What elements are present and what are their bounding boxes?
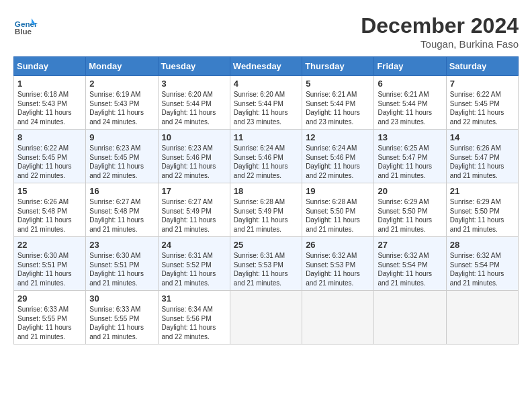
day-info: Sunrise: 6:27 AM Sunset: 5:49 PM Dayligh… [162, 197, 226, 234]
day-info: Sunrise: 6:24 AM Sunset: 5:46 PM Dayligh… [234, 144, 298, 180]
day-header-saturday: Saturday [446, 57, 518, 76]
day-number: 6 [378, 79, 442, 89]
day-header-monday: Monday [86, 57, 158, 76]
calendar-day-cell: 2 Sunrise: 6:19 AM Sunset: 5:43 PM Dayli… [86, 76, 158, 130]
day-info: Sunrise: 6:26 AM Sunset: 5:47 PM Dayligh… [450, 144, 515, 180]
day-info: Sunrise: 6:31 AM Sunset: 5:52 PM Dayligh… [162, 251, 226, 287]
day-info: Sunrise: 6:26 AM Sunset: 5:48 PM Dayligh… [17, 197, 82, 234]
calendar-week-row: 29 Sunrise: 6:33 AM Sunset: 5:55 PM Dayl… [14, 291, 519, 345]
day-number: 5 [306, 79, 370, 89]
day-info: Sunrise: 6:33 AM Sunset: 5:55 PM Dayligh… [17, 305, 82, 341]
day-info: Sunrise: 6:20 AM Sunset: 5:44 PM Dayligh… [234, 90, 298, 126]
day-info: Sunrise: 6:30 AM Sunset: 5:51 PM Dayligh… [17, 251, 82, 287]
location: Tougan, Burkina Faso [361, 38, 519, 50]
day-info: Sunrise: 6:20 AM Sunset: 5:44 PM Dayligh… [162, 90, 226, 126]
calendar-day-cell: 18 Sunrise: 6:28 AM Sunset: 5:49 PM Dayl… [230, 183, 302, 237]
day-info: Sunrise: 6:19 AM Sunset: 5:43 PM Dayligh… [89, 90, 154, 126]
month-title: December 2024 [361, 13, 519, 38]
day-number: 31 [162, 293, 226, 304]
day-number: 21 [450, 186, 515, 196]
day-number: 16 [89, 186, 154, 196]
day-number: 30 [89, 293, 154, 304]
calendar-day-cell: 5 Sunrise: 6:21 AM Sunset: 5:44 PM Dayli… [302, 76, 374, 130]
calendar-day-cell: 1 Sunrise: 6:18 AM Sunset: 5:43 PM Dayli… [14, 76, 86, 130]
day-info: Sunrise: 6:33 AM Sunset: 5:55 PM Dayligh… [89, 305, 154, 341]
day-number: 8 [17, 132, 82, 142]
day-info: Sunrise: 6:23 AM Sunset: 5:46 PM Dayligh… [162, 144, 226, 180]
day-header-sunday: Sunday [14, 57, 86, 76]
day-number: 22 [17, 240, 82, 250]
day-info: Sunrise: 6:25 AM Sunset: 5:47 PM Dayligh… [378, 144, 442, 180]
day-info: Sunrise: 6:29 AM Sunset: 5:50 PM Dayligh… [450, 197, 515, 234]
day-number: 1 [17, 79, 82, 89]
day-number: 20 [378, 186, 442, 196]
calendar-day-cell: 24 Sunrise: 6:31 AM Sunset: 5:52 PM Dayl… [158, 237, 230, 291]
day-info: Sunrise: 6:21 AM Sunset: 5:44 PM Dayligh… [378, 90, 442, 126]
day-header-friday: Friday [374, 57, 446, 76]
calendar-day-cell: 14 Sunrise: 6:26 AM Sunset: 5:47 PM Dayl… [446, 130, 518, 183]
day-info: Sunrise: 6:29 AM Sunset: 5:50 PM Dayligh… [378, 197, 442, 234]
day-number: 12 [306, 132, 370, 142]
day-number: 24 [162, 240, 226, 250]
day-info: Sunrise: 6:21 AM Sunset: 5:44 PM Dayligh… [306, 90, 370, 126]
day-number: 19 [306, 186, 370, 196]
calendar-week-row: 1 Sunrise: 6:18 AM Sunset: 5:43 PM Dayli… [14, 76, 519, 130]
calendar-day-cell: 13 Sunrise: 6:25 AM Sunset: 5:47 PM Dayl… [374, 130, 446, 183]
calendar-day-cell: 27 Sunrise: 6:32 AM Sunset: 5:54 PM Dayl… [374, 237, 446, 291]
calendar-day-cell: 9 Sunrise: 6:23 AM Sunset: 5:45 PM Dayli… [86, 130, 158, 183]
calendar-week-row: 15 Sunrise: 6:26 AM Sunset: 5:48 PM Dayl… [14, 183, 519, 237]
calendar-week-row: 22 Sunrise: 6:30 AM Sunset: 5:51 PM Dayl… [14, 237, 519, 291]
day-info: Sunrise: 6:32 AM Sunset: 5:53 PM Dayligh… [306, 251, 370, 287]
svg-text:Blue: Blue [15, 27, 32, 36]
calendar-day-cell: 10 Sunrise: 6:23 AM Sunset: 5:46 PM Dayl… [158, 130, 230, 183]
calendar-day-cell: 23 Sunrise: 6:30 AM Sunset: 5:51 PM Dayl… [86, 237, 158, 291]
logo-icon: General Blue [13, 13, 38, 38]
calendar-day-cell: 19 Sunrise: 6:28 AM Sunset: 5:50 PM Dayl… [302, 183, 374, 237]
day-info: Sunrise: 6:23 AM Sunset: 5:45 PM Dayligh… [89, 144, 154, 180]
day-info: Sunrise: 6:32 AM Sunset: 5:54 PM Dayligh… [450, 251, 515, 287]
day-number: 17 [162, 186, 226, 196]
day-info: Sunrise: 6:22 AM Sunset: 5:45 PM Dayligh… [17, 144, 82, 180]
calendar-day-cell: 11 Sunrise: 6:24 AM Sunset: 5:46 PM Dayl… [230, 130, 302, 183]
day-info: Sunrise: 6:32 AM Sunset: 5:54 PM Dayligh… [378, 251, 442, 287]
calendar-day-cell: 20 Sunrise: 6:29 AM Sunset: 5:50 PM Dayl… [374, 183, 446, 237]
calendar-table: SundayMondayTuesdayWednesdayThursdayFrid… [13, 56, 519, 345]
day-number: 10 [162, 132, 226, 142]
calendar-header-row: SundayMondayTuesdayWednesdayThursdayFrid… [14, 57, 519, 76]
day-number: 26 [306, 240, 370, 250]
calendar-day-cell: 22 Sunrise: 6:30 AM Sunset: 5:51 PM Dayl… [14, 237, 86, 291]
day-number: 2 [89, 79, 154, 89]
day-header-tuesday: Tuesday [158, 57, 230, 76]
calendar-day-cell: 29 Sunrise: 6:33 AM Sunset: 5:55 PM Dayl… [14, 291, 86, 345]
calendar-day-cell: 15 Sunrise: 6:26 AM Sunset: 5:48 PM Dayl… [14, 183, 86, 237]
day-number: 9 [89, 132, 154, 142]
day-info: Sunrise: 6:18 AM Sunset: 5:43 PM Dayligh… [17, 90, 82, 126]
calendar-day-cell: 3 Sunrise: 6:20 AM Sunset: 5:44 PM Dayli… [158, 76, 230, 130]
day-number: 23 [89, 240, 154, 250]
day-info: Sunrise: 6:22 AM Sunset: 5:45 PM Dayligh… [450, 90, 515, 126]
day-info: Sunrise: 6:34 AM Sunset: 5:56 PM Dayligh… [162, 305, 226, 341]
calendar-day-cell: 26 Sunrise: 6:32 AM Sunset: 5:53 PM Dayl… [302, 237, 374, 291]
calendar-day-cell: 31 Sunrise: 6:34 AM Sunset: 5:56 PM Dayl… [158, 291, 230, 345]
calendar-day-cell [374, 291, 446, 345]
calendar-day-cell [302, 291, 374, 345]
day-info: Sunrise: 6:24 AM Sunset: 5:46 PM Dayligh… [306, 144, 370, 180]
calendar-day-cell: 21 Sunrise: 6:29 AM Sunset: 5:50 PM Dayl… [446, 183, 518, 237]
calendar-day-cell: 16 Sunrise: 6:27 AM Sunset: 5:48 PM Dayl… [86, 183, 158, 237]
calendar-day-cell [230, 291, 302, 345]
day-number: 13 [378, 132, 442, 142]
day-info: Sunrise: 6:30 AM Sunset: 5:51 PM Dayligh… [89, 251, 154, 287]
day-info: Sunrise: 6:28 AM Sunset: 5:50 PM Dayligh… [306, 197, 370, 234]
title-block: December 2024 Tougan, Burkina Faso [361, 13, 519, 50]
day-number: 28 [450, 240, 515, 250]
day-number: 3 [162, 79, 226, 89]
calendar-day-cell: 4 Sunrise: 6:20 AM Sunset: 5:44 PM Dayli… [230, 76, 302, 130]
logo: General Blue [13, 13, 40, 38]
day-header-thursday: Thursday [302, 57, 374, 76]
day-number: 18 [234, 186, 298, 196]
calendar-day-cell: 6 Sunrise: 6:21 AM Sunset: 5:44 PM Dayli… [374, 76, 446, 130]
calendar-day-cell [446, 291, 518, 345]
day-number: 27 [378, 240, 442, 250]
calendar-day-cell: 28 Sunrise: 6:32 AM Sunset: 5:54 PM Dayl… [446, 237, 518, 291]
day-number: 14 [450, 132, 515, 142]
